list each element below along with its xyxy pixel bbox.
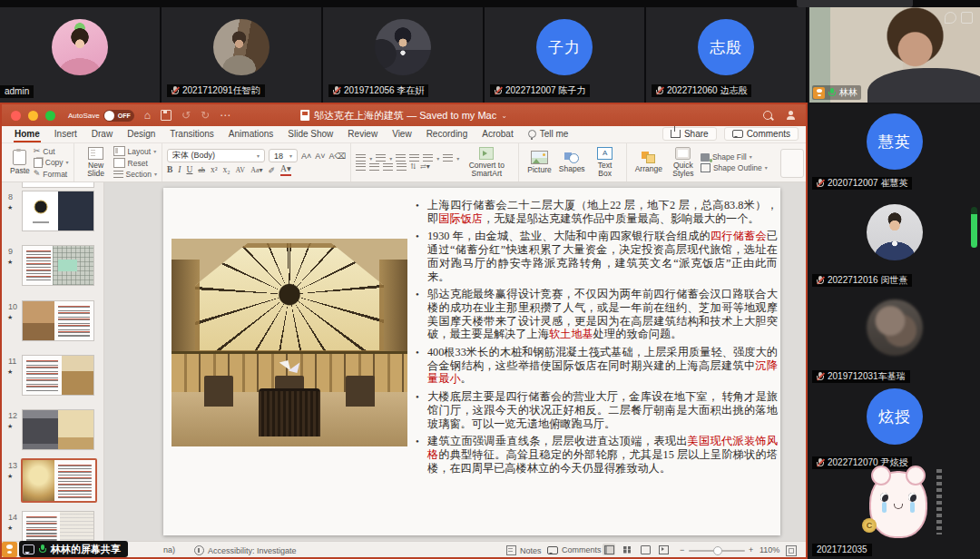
- font-name-select[interactable]: 宋体 (Body) ▾: [167, 149, 265, 162]
- tab-view[interactable]: View: [385, 126, 419, 142]
- copy-button[interactable]: Copy ▾: [34, 158, 69, 168]
- clear-formatting-button[interactable]: A⌫: [329, 152, 347, 161]
- fit-to-window-button[interactable]: [786, 545, 797, 556]
- tab-acrobat[interactable]: Acrobat: [475, 126, 520, 142]
- language-indicator[interactable]: na): [163, 545, 175, 554]
- align-center-button[interactable]: [369, 163, 379, 171]
- autosave-toggle[interactable]: AutoSave OFF: [68, 110, 134, 122]
- comments-button[interactable]: Comments: [724, 127, 799, 141]
- highlight-button[interactable]: ✐: [268, 167, 275, 175]
- columns-button[interactable]: ⇅: [410, 163, 416, 171]
- slide-thumbnail-14[interactable]: [22, 511, 94, 541]
- section-button[interactable]: Section ▾: [113, 170, 157, 179]
- normal-view-button[interactable]: [603, 544, 615, 555]
- slide-thumbnail-10[interactable]: [22, 300, 94, 341]
- video-tile[interactable]: 志殷 2022712060 边志殷: [646, 7, 808, 103]
- avatar-photo[interactable]: [867, 204, 923, 260]
- picture-button[interactable]: Picture: [524, 151, 554, 174]
- share-button[interactable]: Share: [662, 127, 717, 141]
- slide-thumbnail-12[interactable]: [22, 409, 94, 450]
- align-text-button[interactable]: ⇄▾: [420, 163, 430, 171]
- tab-slide-show[interactable]: Slide Show: [280, 126, 340, 142]
- more-commands-icon[interactable]: ⋯: [220, 110, 230, 121]
- avatar-sticker-bear[interactable]: [864, 464, 944, 542]
- tab-transitions[interactable]: Transitions: [162, 126, 221, 142]
- comments-pane-button[interactable]: Comments: [547, 545, 602, 554]
- avatar-initials[interactable]: 慧英: [867, 113, 923, 170]
- save-icon[interactable]: [161, 110, 172, 121]
- strikethrough-button[interactable]: ab: [198, 167, 205, 174]
- new-slide-button[interactable]: New Slide: [79, 147, 113, 178]
- grow-font-button[interactable]: A˄: [301, 152, 311, 161]
- numbering-button[interactable]: [376, 154, 386, 162]
- share-user-icon[interactable]: [786, 111, 797, 120]
- bold-button[interactable]: B: [167, 166, 172, 175]
- align-right-button[interactable]: [383, 163, 393, 171]
- slide-thumbnail-8[interactable]: [22, 191, 94, 231]
- tell-me-button[interactable]: Tell me: [521, 126, 576, 142]
- shrink-font-button[interactable]: A˅: [315, 152, 325, 161]
- text-box-button[interactable]: Text Box: [589, 147, 622, 178]
- paste-button[interactable]: Paste: [6, 150, 34, 175]
- slide-thumbnail-panel[interactable]: 8 9 10 11 12 13 14: [2, 182, 104, 541]
- expand-icon[interactable]: [961, 12, 973, 24]
- layout-button[interactable]: Layout ▾: [113, 146, 157, 156]
- reading-view-button[interactable]: [639, 544, 652, 555]
- video-tile[interactable]: 子力 2022712007 陈子力: [485, 7, 646, 103]
- slide-thumbnail-13-selected[interactable]: [21, 458, 97, 503]
- quick-styles-button[interactable]: Quick Styles: [666, 147, 701, 178]
- justify-button[interactable]: [397, 163, 407, 171]
- notes-button[interactable]: Notes: [506, 545, 542, 555]
- zoom-slider[interactable]: [689, 550, 745, 552]
- align-left-button[interactable]: [356, 163, 366, 171]
- slide-sorter-view-button[interactable]: [621, 544, 633, 555]
- avatar-initials[interactable]: 炫授: [867, 388, 923, 445]
- pin-icon[interactable]: [945, 12, 956, 24]
- video-tile-admin[interactable]: admin: [0, 7, 162, 103]
- cut-button[interactable]: ✂ Cut: [34, 147, 69, 156]
- indent-increase-button[interactable]: [409, 154, 419, 162]
- bullets-button[interactable]: [356, 154, 366, 162]
- format-painter-button[interactable]: ✎ Format: [34, 170, 69, 179]
- shape-outline-button[interactable]: Shape Outline ▾: [701, 163, 768, 172]
- slide-thumbnail-9[interactable]: [22, 245, 94, 286]
- italic-button[interactable]: I: [178, 166, 181, 175]
- subscript-button[interactable]: x₂: [223, 166, 230, 175]
- search-icon[interactable]: [763, 111, 772, 120]
- slide-thumbnail-11[interactable]: [22, 355, 94, 396]
- home-icon[interactable]: ⌂: [144, 110, 151, 121]
- tab-animations[interactable]: Animations: [221, 126, 280, 142]
- zoom-window-button[interactable]: [45, 111, 55, 121]
- line-spacing-button[interactable]: [423, 154, 433, 162]
- video-tile[interactable]: 2021712091任智韵: [162, 7, 323, 103]
- close-window-button[interactable]: [11, 111, 21, 121]
- slide-text-block[interactable]: 上海四行储蓄会二十二层大厦（地上22 层，地下2 层，总高83.8米），即国际饭…: [415, 199, 778, 479]
- ribbon-overflow-button[interactable]: [780, 149, 804, 178]
- slideshow-button[interactable]: [657, 544, 670, 555]
- tab-home[interactable]: Home: [7, 126, 47, 142]
- shapes-button[interactable]: Shapes: [555, 152, 589, 173]
- slide-photo-park-hotel-lobby[interactable]: [172, 239, 407, 446]
- redo-icon[interactable]: ↻: [201, 110, 210, 121]
- tab-recording[interactable]: Recording: [419, 126, 475, 142]
- reset-button[interactable]: Reset: [113, 158, 157, 168]
- zoom-in-button[interactable]: +: [749, 545, 753, 554]
- tab-insert[interactable]: Insert: [47, 126, 84, 142]
- zoom-out-button[interactable]: −: [680, 545, 684, 554]
- zoom-level[interactable]: 110%: [760, 545, 779, 554]
- indent-decrease-button[interactable]: [396, 154, 406, 162]
- character-spacing-button[interactable]: AV: [236, 167, 246, 174]
- zoom-slider-knob[interactable]: [713, 546, 722, 555]
- tab-draw[interactable]: Draw: [84, 126, 120, 142]
- tab-review[interactable]: Review: [340, 126, 385, 142]
- video-tile[interactable]: 2019712056 李在姸: [323, 7, 485, 103]
- change-case-button[interactable]: Aa▾: [250, 167, 262, 174]
- accessibility-status[interactable]: Accessibility: Investigate: [194, 545, 297, 555]
- sidebar-scrollbar[interactable]: [971, 207, 977, 248]
- minimize-window-button[interactable]: [28, 111, 38, 121]
- avatar-photo[interactable]: [867, 299, 923, 356]
- presenter-video-tile[interactable]: 林林: [809, 7, 980, 103]
- convert-smartart-button[interactable]: Convert to SmartArt: [459, 147, 514, 178]
- autosave-switch[interactable]: OFF: [103, 110, 134, 122]
- slide-canvas[interactable]: 上海四行储蓄会二十二层大厦（地上22 层，地下2 层，总高83.8米），即国际饭…: [163, 188, 780, 535]
